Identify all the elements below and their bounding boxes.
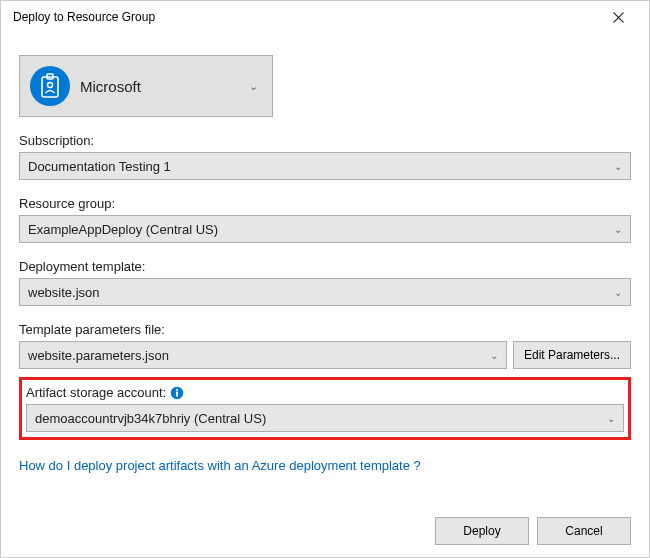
svg-point-2 [48, 83, 53, 88]
subscription-label: Subscription: [19, 133, 631, 148]
info-icon[interactable] [170, 386, 184, 400]
artifact-storage-value: demoaccountrvjb34k7bhriy (Central US) [35, 411, 607, 426]
chevron-down-icon: ⌄ [614, 161, 622, 172]
deploy-button[interactable]: Deploy [435, 517, 529, 545]
deployment-template-value: website.json [28, 285, 614, 300]
resource-group-value: ExampleAppDeploy (Central US) [28, 222, 614, 237]
dialog-footer: Deploy Cancel [435, 517, 631, 545]
deployment-template-field: Deployment template: website.json ⌄ [19, 259, 631, 306]
parameters-file-combo[interactable]: website.parameters.json ⌄ [19, 341, 507, 369]
chevron-down-icon: ⌄ [607, 413, 615, 424]
svg-rect-4 [176, 391, 178, 396]
badge-icon [39, 73, 61, 99]
account-selector[interactable]: Microsoft ⌄ [19, 55, 273, 117]
artifact-storage-label: Artifact storage account: [26, 385, 624, 400]
subscription-combo[interactable]: Documentation Testing 1 ⌄ [19, 152, 631, 180]
chevron-down-icon: ⌄ [249, 80, 258, 93]
parameters-file-value: website.parameters.json [28, 348, 490, 363]
help-link[interactable]: How do I deploy project artifacts with a… [19, 458, 421, 473]
dialog-content: Microsoft ⌄ Subscription: Documentation … [1, 33, 649, 474]
chevron-down-icon: ⌄ [490, 350, 498, 361]
deployment-template-combo[interactable]: website.json ⌄ [19, 278, 631, 306]
chevron-down-icon: ⌄ [614, 287, 622, 298]
close-button[interactable] [595, 2, 641, 32]
close-icon [613, 12, 624, 23]
resource-group-combo[interactable]: ExampleAppDeploy (Central US) ⌄ [19, 215, 631, 243]
subscription-value: Documentation Testing 1 [28, 159, 614, 174]
title-bar: Deploy to Resource Group [1, 1, 649, 33]
account-name: Microsoft [80, 78, 249, 95]
chevron-down-icon: ⌄ [614, 224, 622, 235]
artifact-storage-field: Artifact storage account: demoaccountrvj… [26, 385, 624, 432]
deployment-template-label: Deployment template: [19, 259, 631, 274]
parameters-file-label: Template parameters file: [19, 322, 631, 337]
svg-point-5 [176, 388, 178, 390]
resource-group-field: Resource group: ExampleAppDeploy (Centra… [19, 196, 631, 243]
cancel-button[interactable]: Cancel [537, 517, 631, 545]
artifact-storage-combo[interactable]: demoaccountrvjb34k7bhriy (Central US) ⌄ [26, 404, 624, 432]
window-title: Deploy to Resource Group [13, 10, 595, 24]
artifact-storage-label-text: Artifact storage account: [26, 385, 166, 400]
resource-group-label: Resource group: [19, 196, 631, 211]
edit-parameters-button[interactable]: Edit Parameters... [513, 341, 631, 369]
subscription-field: Subscription: Documentation Testing 1 ⌄ [19, 133, 631, 180]
account-avatar [30, 66, 70, 106]
artifact-storage-highlight: Artifact storage account: demoaccountrvj… [19, 377, 631, 440]
parameters-file-field: Template parameters file: website.parame… [19, 322, 631, 369]
